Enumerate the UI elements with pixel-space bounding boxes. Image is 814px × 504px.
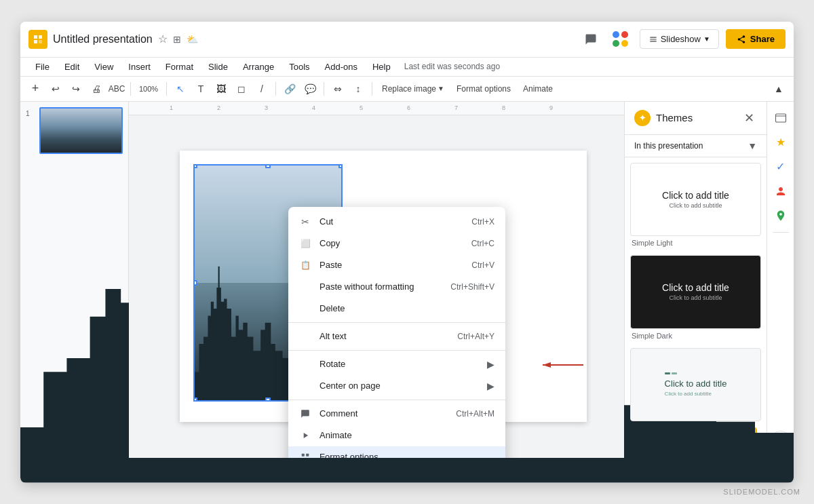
replace-image-arrow: ▼ [438,85,444,92]
toolbar-divider-4 [324,82,324,96]
menu-edit[interactable]: Edit [58,59,86,75]
ctx-format-options[interactable]: Format options [288,446,505,458]
header-right: Slideshow ▼ Share [580,27,786,52]
handle-tr[interactable] [338,164,343,168]
star-icon[interactable]: ☆ [158,33,168,45]
toolbar-print-btn[interactable]: 🖨 [87,79,106,98]
sidebar-map-icon-btn[interactable] [770,205,792,227]
toolbar-replace-image-btn[interactable]: Replace image ▼ [376,81,450,96]
ctx-cut[interactable]: ✂ Cut Ctrl+X [288,211,505,233]
menu-tools[interactable]: Tools [282,59,316,75]
theme-light-name: Simple Light [630,239,761,247]
folder-icon[interactable]: ⊞ [173,34,181,45]
sidebar-check-icon-btn[interactable]: ✓ [770,156,792,178]
menu-slide[interactable]: Slide [201,59,235,75]
slide-number: 1 [26,107,35,117]
share-button[interactable]: Share [726,29,786,49]
main-content: 1 1 2 3 4 5 6 7 8 9 [20,102,794,458]
ctx-copy-icon: ⬜ [299,237,311,250]
toolbar-link-btn[interactable]: 🔗 [280,79,299,98]
ctx-paste-plain[interactable]: Paste without formatting Ctrl+Shift+V [288,276,505,298]
sidebar-person-icon-btn[interactable] [770,180,792,202]
ctx-alt-shortcut: Ctrl+Alt+Y [457,332,495,341]
cloud-icon[interactable]: ⛅ [187,34,198,45]
toolbar-format-options-btn[interactable]: Format options [451,81,516,96]
themes-filter[interactable]: In this presentation ▼ [625,135,767,157]
menu-addons[interactable]: Add-ons [318,59,364,75]
ctx-alt-text[interactable]: Alt text Ctrl+Alt+Y [288,326,505,347]
theme-item-simple-dark[interactable]: Click to add title Click to add subtitle… [630,255,761,340]
theme-light-subtitle: Click to add subtitle [662,202,729,209]
ctx-paste[interactable]: 📋 Paste Ctrl+V [288,254,505,276]
menu-insert[interactable]: Insert [121,59,157,75]
slideshow-dropdown-icon[interactable]: ▼ [703,35,710,43]
toolbar-zoom-btn[interactable]: 100% [135,79,162,98]
toolbar-comment-btn[interactable]: 💬 [301,79,319,98]
menu-view[interactable]: View [88,59,120,75]
toolbar-add-btn[interactable]: + [26,79,45,98]
toolbar-undo-btn[interactable]: ↩ [46,79,65,98]
toolbar-text-btn[interactable]: T [191,79,210,98]
toolbar-shape-btn[interactable]: ◻ [232,79,251,98]
editor-area[interactable]: 1 2 3 4 5 6 7 8 9 [129,102,624,458]
toolbar-cursor-btn[interactable]: ↖ [171,79,190,98]
ctx-alt-label: Alt text [319,331,449,341]
menu-file[interactable]: File [28,59,56,75]
ctx-rotate-label: Rotate [319,359,479,369]
sidebar-star-icon-btn[interactable]: ★ [770,132,792,153]
sidebar-slides-icon-btn[interactable] [770,107,792,129]
comment-button[interactable] [580,28,602,50]
toolbar-redo-btn[interactable]: ↪ [66,79,85,98]
slide-thumbnail-container: 1 [26,107,123,154]
sidebar-separator [773,232,789,233]
toolbar-image-btn[interactable]: 🖼 [212,79,231,98]
ctx-delete-icon [299,303,311,315]
theme-item-simple-light[interactable]: Click to add title Click to add subtitle… [630,163,761,248]
ctx-animate-icon [299,429,311,442]
toolbar-spellcheck-btn[interactable]: ABC [107,79,126,98]
theme-item-streamline[interactable]: Click to add title Click to add subtitle… [630,348,761,422]
menu-help[interactable]: Help [366,59,398,75]
ctx-rotate[interactable]: Rotate ▶ [288,353,505,375]
svg-rect-10 [775,114,786,122]
slideshow-label: Slideshow [661,34,701,44]
ruler-mark: 8 [502,104,505,111]
ctx-animate[interactable]: Animate [288,425,505,446]
ctx-divider-1 [288,322,505,323]
ctx-copy[interactable]: ⬜ Copy Ctrl+C [288,233,505,254]
ctx-center-arrow: ▶ [487,381,495,391]
ctx-delete-label: Delete [319,303,486,313]
title-icons: ☆ ⊞ ⛅ [158,33,198,45]
toolbar-divider-1 [130,82,131,96]
menu-format[interactable]: Format [159,59,200,75]
handle-tm[interactable] [265,164,271,168]
ctx-delete[interactable]: Delete [288,298,505,319]
toolbar-flip-btn[interactable]: ↕ [349,79,368,98]
handle-bm[interactable] [265,398,271,402]
slide-thumbnail[interactable] [39,107,123,154]
ctx-cut-icon: ✂ [299,216,311,228]
google-apps-button[interactable] [608,27,633,52]
theme-dark-name: Simple Dark [630,332,761,340]
handle-tl[interactable] [193,164,197,168]
toolbar-animate-btn[interactable]: Animate [518,81,558,96]
ctx-copy-label: Copy [319,238,463,248]
svg-rect-1 [39,35,42,39]
ctx-rotate-icon [299,358,311,370]
handle-ml[interactable] [193,280,197,286]
ctx-comment[interactable]: Comment Ctrl+Alt+M [288,403,505,425]
toolbar-collapse-btn[interactable]: ▲ [769,79,788,98]
theme-preview-streamline: Click to add title Click to add subtitle [630,348,761,422]
ctx-comment-label: Comment [319,408,448,419]
toolbar-transform-btn[interactable]: ⇔ [328,79,347,98]
menu-arrange[interactable]: Arrange [236,59,281,75]
presentation-title[interactable]: Untitled presentation [53,33,153,45]
toolbar-line-btn[interactable]: / [252,79,271,98]
themes-close-button[interactable]: ✕ [741,110,757,126]
svg-rect-3 [39,40,42,43]
toolbar-divider-3 [275,82,276,96]
slideshow-button[interactable]: Slideshow ▼ [640,29,719,49]
ctx-format-label: Format options [319,452,495,458]
ctx-center[interactable]: Center on page ▶ [288,375,505,397]
handle-bl[interactable] [193,398,197,402]
